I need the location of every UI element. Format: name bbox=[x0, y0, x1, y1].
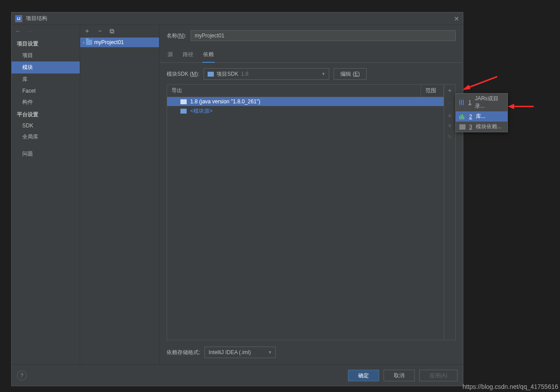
svg-line-4 bbox=[464, 77, 497, 89]
popup-num: 2 bbox=[469, 114, 472, 120]
dependency-row-sdk[interactable]: 1.8 (java version "1.8.0_261") bbox=[167, 97, 444, 106]
titlebar: IJ 项目结构 ✕ bbox=[12, 12, 463, 25]
jar-icon bbox=[459, 100, 465, 105]
folder-icon bbox=[180, 109, 187, 114]
caret-down-icon: ▼ bbox=[321, 72, 325, 76]
sidebar-item-libraries[interactable]: 库 bbox=[12, 74, 80, 86]
module-tabs: 源 路径 依赖 bbox=[159, 48, 463, 63]
chevron-right-icon: › bbox=[83, 40, 84, 45]
sidebar-item-modules[interactable]: 模块 bbox=[12, 61, 80, 74]
dialog-body: ← → 项目设置 项目 模块 库 Facet 构件 平台设置 SDK 全局库 问… bbox=[12, 25, 463, 364]
popup-item-jars[interactable]: 1 JARs或目录... bbox=[456, 94, 507, 111]
remove-module-icon[interactable]: － bbox=[97, 27, 103, 35]
apply-button: 应用(A) bbox=[419, 370, 458, 381]
close-icon[interactable]: ✕ bbox=[454, 15, 459, 22]
module-name-input[interactable] bbox=[191, 30, 456, 41]
section-platform-settings: 平台设置 bbox=[12, 108, 80, 120]
svg-marker-7 bbox=[508, 104, 514, 109]
dependency-text: <模块源> bbox=[190, 107, 213, 115]
popup-label: 库... bbox=[476, 113, 486, 120]
forward-arrow-icon: → bbox=[26, 28, 32, 35]
move-down-icon: ▼ bbox=[447, 122, 453, 129]
nav-arrows: ← → bbox=[12, 25, 80, 37]
sdk-folder-icon bbox=[208, 72, 214, 77]
ok-button[interactable]: 确定 bbox=[348, 370, 379, 381]
storage-format-select[interactable]: IntelliJ IDEA (.iml) ▼ bbox=[204, 347, 276, 358]
caret-down-icon: ▼ bbox=[268, 350, 272, 355]
table-main: 导出 范围 1.8 (java version "1.8.0_261") <模块… bbox=[167, 85, 444, 340]
popup-item-module-dep[interactable]: 3 模块依赖... bbox=[456, 122, 507, 132]
settings-sidebar: ← → 项目设置 项目 模块 库 Facet 构件 平台设置 SDK 全局库 问… bbox=[12, 25, 80, 364]
sidebar-item-global-libs[interactable]: 全局库 bbox=[12, 131, 80, 143]
sidebar-item-problems[interactable]: 问题 bbox=[12, 147, 80, 159]
dependency-row-module-source[interactable]: <模块源> bbox=[167, 106, 444, 116]
svg-rect-1 bbox=[461, 115, 462, 119]
svg-rect-0 bbox=[459, 116, 460, 119]
tab-paths[interactable]: 路径 bbox=[182, 48, 194, 62]
project-structure-dialog: IJ 项目结构 ✕ ← → 项目设置 项目 模块 库 Facet 构件 平台设置… bbox=[11, 12, 463, 386]
popup-label: JARs或目录... bbox=[475, 95, 504, 110]
dependencies-table: 导出 范围 1.8 (java version "1.8.0_261") <模块… bbox=[167, 84, 456, 340]
sdk-row: 模块SDK (M): 项目SDK 1.8 ▼ 编辑 (E) bbox=[159, 63, 463, 84]
add-dependency-popup: 1 JARs或目录... 2 库... 3 模块依赖... bbox=[455, 93, 508, 132]
dialog-footer: ? 确定 取消 应用(A) bbox=[12, 364, 463, 386]
edit-sdk-button[interactable]: 编辑 (E) bbox=[334, 68, 366, 80]
table-side-actions: ＋ － ▲ ▼ ✎ bbox=[444, 85, 455, 340]
table-header: 导出 范围 bbox=[167, 85, 444, 97]
storage-row: 依赖存储格式: IntelliJ IDEA (.iml) ▼ bbox=[159, 340, 463, 358]
move-up-icon: ▲ bbox=[447, 111, 453, 118]
cancel-button[interactable]: 取消 bbox=[384, 370, 415, 381]
copy-module-icon[interactable]: ⧉ bbox=[110, 27, 114, 35]
sdk-label: 模块SDK (M): bbox=[167, 70, 199, 78]
folder-icon bbox=[180, 99, 187, 104]
sidebar-item-facet[interactable]: Facet bbox=[12, 86, 80, 96]
sidebar-item-sdk[interactable]: SDK bbox=[12, 120, 80, 131]
sidebar-item-project[interactable]: 项目 bbox=[12, 49, 80, 61]
svg-rect-2 bbox=[462, 114, 463, 119]
window-title: 项目结构 bbox=[26, 15, 454, 22]
annotation-arrow-2 bbox=[508, 102, 535, 112]
sidebar-item-artifacts[interactable]: 构件 bbox=[12, 96, 80, 108]
sdk-select[interactable]: 项目SDK 1.8 ▼ bbox=[204, 68, 329, 80]
app-icon: IJ bbox=[15, 15, 22, 22]
section-project-settings: 项目设置 bbox=[12, 37, 80, 49]
popup-num: 1 bbox=[468, 99, 471, 106]
popup-num: 3 bbox=[469, 124, 472, 130]
module-folder-icon bbox=[86, 40, 92, 45]
th-scope[interactable]: 范围 bbox=[421, 85, 444, 97]
help-button[interactable]: ? bbox=[17, 371, 27, 380]
edit-dependency-icon: ✎ bbox=[447, 134, 452, 140]
add-module-icon[interactable]: ＋ bbox=[84, 27, 90, 35]
annotation-arrow-1 bbox=[462, 76, 498, 95]
module-name: myProject01 bbox=[94, 39, 124, 45]
module-detail-panel: 名称(N): 源 路径 依赖 模块SDK (M): 项目SDK 1.8 ▼ 编辑… bbox=[159, 25, 463, 364]
name-label: 名称(N): bbox=[167, 32, 186, 40]
add-dependency-icon[interactable]: ＋ bbox=[447, 86, 453, 94]
module-toolbar: ＋ － ⧉ bbox=[80, 25, 159, 37]
storage-value: IntelliJ IDEA (.iml) bbox=[208, 349, 251, 355]
tab-sources[interactable]: 源 bbox=[167, 48, 174, 62]
tab-dependencies[interactable]: 依赖 bbox=[202, 48, 215, 63]
module-tree-item[interactable]: › myProject01 bbox=[80, 37, 159, 47]
library-icon bbox=[459, 114, 466, 119]
remove-dependency-icon: － bbox=[447, 99, 453, 107]
svg-marker-5 bbox=[462, 85, 470, 90]
back-arrow-icon[interactable]: ← bbox=[15, 28, 21, 35]
popup-item-library[interactable]: 2 库... bbox=[456, 111, 507, 122]
th-export[interactable]: 导出 bbox=[167, 85, 421, 97]
module-dep-icon bbox=[459, 124, 466, 130]
storage-label: 依赖存储格式: bbox=[167, 349, 200, 356]
sdk-version: 1.8 bbox=[241, 71, 249, 77]
sdk-value: 项目SDK bbox=[217, 70, 238, 78]
name-row: 名称(N): bbox=[159, 30, 463, 41]
module-tree-panel: ＋ － ⧉ › myProject01 bbox=[80, 25, 159, 364]
popup-label: 模块依赖... bbox=[476, 123, 502, 131]
dependency-text: 1.8 (java version "1.8.0_261") bbox=[190, 98, 260, 105]
watermark-text: https://blog.csdn.net/qq_41755616 bbox=[462, 383, 558, 390]
svg-rect-3 bbox=[463, 116, 464, 119]
